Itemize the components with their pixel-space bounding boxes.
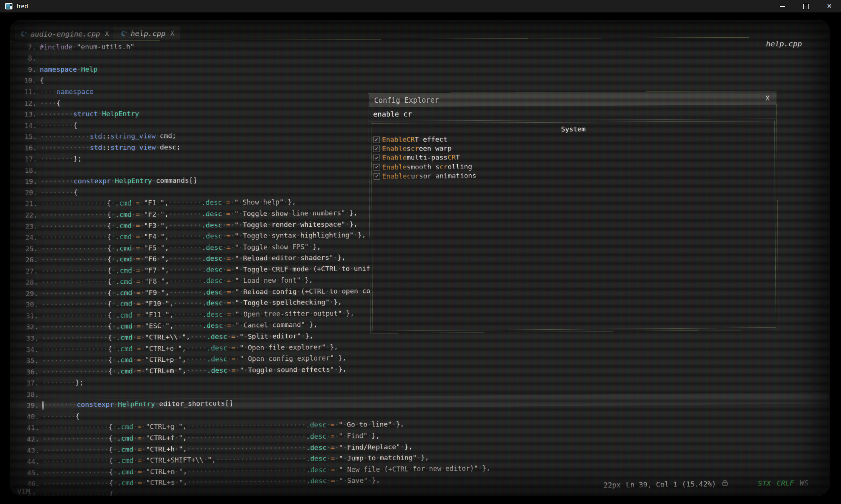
popup-body: System ✓Enable CRT effect✓Enable screen … <box>371 121 776 331</box>
line-number: 26. <box>10 256 41 264</box>
line-number: 36. <box>10 368 42 376</box>
text-cursor <box>42 401 43 410</box>
status-flag-CRLF: CRLF <box>777 479 794 487</box>
maximize-button[interactable] <box>794 0 818 12</box>
option-label-segment: smooth s <box>407 163 440 171</box>
checkbox[interactable]: ✓ <box>374 155 380 161</box>
line-number: 14. <box>10 121 40 130</box>
config-search-input[interactable]: enable cr <box>369 104 776 121</box>
line-number: 23. <box>10 222 41 230</box>
option-label-segment: Enable <box>382 163 407 171</box>
option-label-segment: cr <box>440 163 448 171</box>
minimize-icon <box>780 6 785 7</box>
line-number: 33. <box>10 334 42 343</box>
status-flag-WS: WS <box>800 479 809 487</box>
line-number: 16. <box>10 144 40 152</box>
line-number: 9. <box>10 65 40 74</box>
popup-title: Config Explorer <box>374 96 439 104</box>
editor-mode: VIM <box>17 487 30 495</box>
option-label-segment: u <box>411 172 415 180</box>
option-label-segment: Enable <box>382 172 407 180</box>
option-label-segment: CR <box>447 154 456 161</box>
popup-close-button[interactable]: X <box>764 94 771 102</box>
close-icon: ✕ <box>827 3 832 9</box>
line-number: 24. <box>10 234 41 242</box>
option-label-segment: T effect <box>415 135 447 143</box>
option-list: ✓Enable CRT effect✓Enable screen warp✓En… <box>371 132 775 181</box>
option-label-segment: Enable <box>382 135 406 143</box>
checkbox[interactable]: ✓ <box>373 136 380 143</box>
window-titlebar: fred ✕ <box>0 0 841 12</box>
code-text <box>40 54 826 58</box>
line-number: 7. <box>10 43 40 51</box>
line-number: 22. <box>10 211 41 219</box>
line-number: 21. <box>10 200 41 208</box>
line-number: 45. <box>10 469 43 477</box>
maximize-icon <box>803 4 809 9</box>
tab-close-icon[interactable]: X <box>171 29 174 37</box>
line-number: 44. <box>10 457 43 466</box>
option-label-segment: r <box>415 172 419 180</box>
tab-label: help.cpp <box>131 29 165 38</box>
checkbox[interactable]: ✓ <box>374 164 380 170</box>
line-number: 30. <box>10 301 42 309</box>
line-number: 25. <box>10 244 41 253</box>
line-number: 18. <box>10 166 41 175</box>
cursor-position: Ln 39, Col 1 (15.42%) <box>626 479 716 489</box>
line-number: 11. <box>10 88 40 96</box>
line-number: 39. <box>10 401 43 410</box>
crt-stage: 6.#include·"config.h"7.#include·"enum-ut… <box>0 12 841 504</box>
cpp-file-icon: C+ <box>121 30 128 37</box>
option-label-segment: een warp <box>419 144 452 152</box>
line-number: 43. <box>10 446 43 455</box>
line-number: 28. <box>10 278 42 286</box>
line-number: 13. <box>10 110 40 118</box>
minimize-button[interactable] <box>771 0 794 12</box>
line-number: 20. <box>10 189 41 197</box>
app-icon <box>5 3 12 9</box>
cpp-file-icon: C+ <box>21 30 27 38</box>
crt-screen: 6.#include·"config.h"7.#include·"enum-ut… <box>10 20 830 496</box>
line-number: 17. <box>10 155 40 163</box>
option-label-segment: multi-pass <box>407 154 448 162</box>
status-flags: STXCRLFWS <box>758 479 809 487</box>
line-number: 29. <box>10 289 42 298</box>
line-number: 19. <box>10 177 41 186</box>
option-label-segment: CR <box>406 135 415 143</box>
close-button[interactable]: ✕ <box>818 0 841 12</box>
status-flag-STX: STX <box>758 479 771 487</box>
tab-label: audio-engine.cpp <box>31 29 100 38</box>
tab-close-icon[interactable]: X <box>105 30 109 37</box>
editor-surface: 6.#include·"config.h"7.#include·"enum-ut… <box>10 20 829 496</box>
status-font-size: 22px <box>604 481 621 489</box>
line-number: 32. <box>10 323 42 331</box>
line-number: 27. <box>10 267 42 275</box>
option-label-segment: Enable <box>382 154 407 161</box>
window-controls: ✕ <box>771 0 841 12</box>
line-number: 10. <box>10 77 40 85</box>
option-label-segment: Enable <box>382 144 407 152</box>
line-number: 12. <box>10 99 40 107</box>
lock-icon <box>722 479 728 488</box>
tab-help.cpp[interactable]: C+help.cppX <box>115 26 180 40</box>
checkbox[interactable]: ✓ <box>374 173 380 180</box>
line-number: 37. <box>10 379 42 387</box>
option-label-segment: sor animations <box>419 172 477 180</box>
line-number: 8. <box>10 54 40 63</box>
option-label-segment: T <box>456 154 460 161</box>
filename-overlay: help.cpp <box>766 39 802 48</box>
option-label-segment: olling <box>447 163 472 171</box>
option-label-segment: c <box>407 172 411 180</box>
line-number: 31. <box>10 312 42 320</box>
option-label-segment: cr <box>411 144 419 152</box>
tab-audio-engine.cpp[interactable]: C+audio-engine.cppX <box>15 27 115 41</box>
line-number: 15. <box>10 132 40 141</box>
config-explorer-popup: Config Explorer X enable cr System ✓Enab… <box>368 91 778 334</box>
line-number: 41. <box>10 424 43 432</box>
line-number: 42. <box>10 435 43 443</box>
line-number: 40. <box>10 413 43 421</box>
line-number: 34. <box>10 345 42 353</box>
checkbox[interactable]: ✓ <box>374 146 380 152</box>
line-number: 35. <box>10 356 42 365</box>
option-label-segment: s <box>407 144 411 152</box>
